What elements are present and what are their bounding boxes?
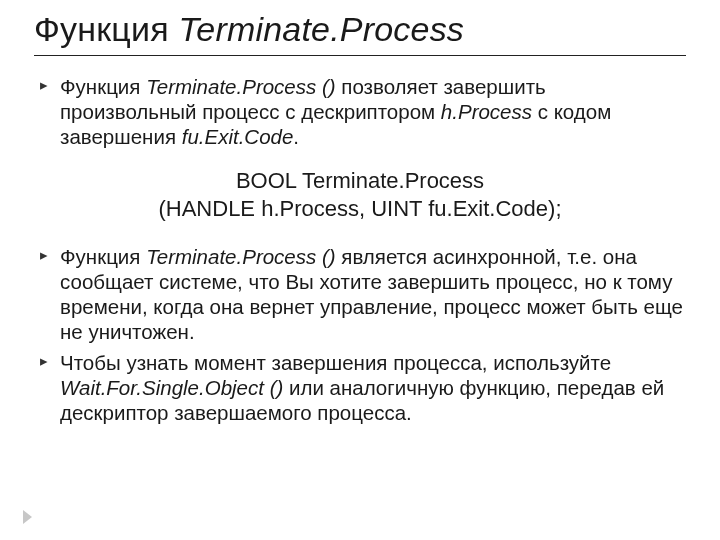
list-item: Чтобы узнать момент завершения процесса,… bbox=[40, 350, 686, 425]
text-run-italic: Wait.For.Single.Object () bbox=[60, 376, 283, 399]
text-run: Функция bbox=[60, 245, 146, 268]
bullet-list-1: Функция Terminate.Process () позволяет з… bbox=[34, 74, 686, 149]
code-line: BOOL Terminate.Process bbox=[34, 167, 686, 195]
text-run-italic: fu.Exit.Code bbox=[182, 125, 294, 148]
text-run-italic: Terminate.Process () bbox=[146, 75, 336, 98]
list-item: Функция Terminate.Process () является ас… bbox=[40, 244, 686, 344]
title-func-name: Terminate.Process bbox=[178, 10, 464, 48]
text-run-italic: h.Process bbox=[441, 100, 532, 123]
slide: Функция Terminate.Process Функция Termin… bbox=[0, 0, 720, 540]
text-run: Функция bbox=[60, 75, 146, 98]
title-block: Функция Terminate.Process bbox=[34, 10, 686, 56]
chevron-right-icon bbox=[23, 510, 32, 524]
text-run: Чтобы узнать момент завершения процесса,… bbox=[60, 351, 611, 374]
bullet-list-2: Функция Terminate.Process () является ас… bbox=[34, 244, 686, 425]
code-block: BOOL Terminate.Process (HANDLE h.Process… bbox=[34, 167, 686, 222]
code-line: (HANDLE h.Process, UINT fu.Exit.Code); bbox=[34, 195, 686, 223]
title-prefix: Функция bbox=[34, 10, 178, 48]
slide-title: Функция Terminate.Process bbox=[34, 10, 686, 49]
list-item: Функция Terminate.Process () позволяет з… bbox=[40, 74, 686, 149]
text-run-italic: Terminate.Process () bbox=[146, 245, 336, 268]
text-run: . bbox=[293, 125, 299, 148]
